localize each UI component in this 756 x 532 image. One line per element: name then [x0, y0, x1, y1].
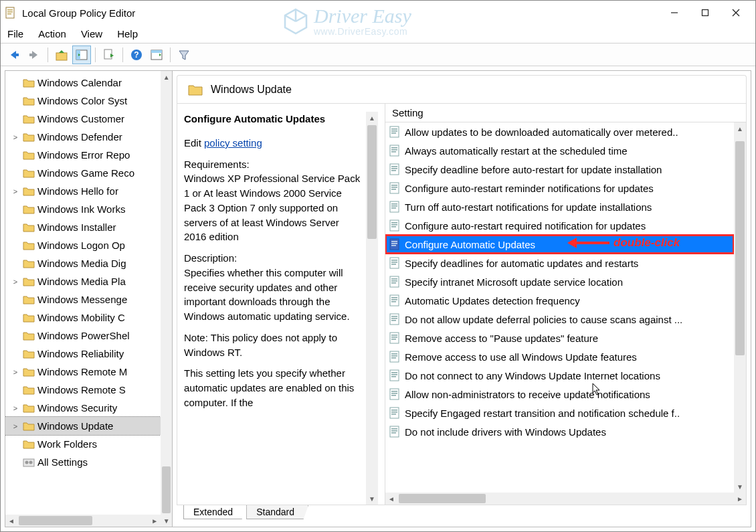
- setting-row[interactable]: Allow non-administrators to receive upda…: [385, 385, 734, 404]
- tree-item[interactable]: Windows Game Reco: [5, 164, 161, 182]
- policy-setting-link[interactable]: policy setting: [204, 137, 262, 149]
- setting-label: Do not allow update deferral policies to…: [405, 314, 682, 325]
- help-button[interactable]: ?: [127, 46, 146, 64]
- tree-item[interactable]: >Windows Media Pla: [5, 272, 161, 290]
- menu-help[interactable]: Help: [117, 28, 138, 39]
- tree-item[interactable]: Windows Logon Op: [5, 236, 161, 254]
- setting-row[interactable]: Configure Automatic Updatesdouble-click: [385, 235, 734, 254]
- show-hide-tree-button[interactable]: [72, 46, 91, 64]
- tab-standard[interactable]: Standard: [246, 505, 308, 519]
- expander-icon[interactable]: >: [11, 187, 20, 195]
- tab-extended[interactable]: Extended: [183, 505, 247, 519]
- setting-row[interactable]: Specify deadline before auto-restart for…: [385, 160, 734, 179]
- forward-button[interactable]: [25, 46, 43, 64]
- setting-row[interactable]: Do not allow update deferral policies to…: [385, 310, 734, 329]
- tree-item[interactable]: Windows Ink Works: [5, 200, 161, 218]
- tree-item[interactable]: Windows Error Repo: [5, 146, 161, 164]
- menu-action[interactable]: Action: [38, 28, 66, 39]
- menu-view[interactable]: View: [81, 28, 102, 39]
- expander-icon[interactable]: [11, 79, 20, 87]
- setting-label: Specify deadlines for automatic updates …: [405, 258, 638, 269]
- svg-rect-57: [390, 276, 399, 287]
- setting-row[interactable]: Do not include drivers with Windows Upda…: [385, 422, 734, 441]
- tree-item[interactable]: Windows Remote S: [5, 381, 161, 399]
- up-button[interactable]: [52, 46, 71, 64]
- tree-item[interactable]: >Windows Update: [5, 417, 161, 435]
- tree-item[interactable]: >Windows Hello for: [5, 182, 161, 200]
- titlebar: Local Group Policy Editor: [1, 1, 755, 25]
- expander-icon[interactable]: >: [11, 278, 20, 286]
- properties-button[interactable]: [147, 46, 166, 64]
- svg-rect-37: [390, 183, 399, 193]
- tree-item[interactable]: Windows Reliability: [5, 345, 161, 363]
- tree-vertical-scrollbar[interactable]: ▲▼: [161, 71, 172, 527]
- setting-row[interactable]: Allow updates to be downloaded automatic…: [385, 122, 734, 141]
- list-header-setting[interactable]: Setting: [385, 104, 746, 122]
- close-button[interactable]: [721, 2, 751, 23]
- tree-item[interactable]: >Windows Security: [5, 399, 161, 417]
- expander-icon[interactable]: [11, 115, 20, 123]
- back-button[interactable]: [5, 46, 23, 64]
- expander-icon[interactable]: [11, 440, 20, 448]
- setting-label: Allow updates to be downloaded automatic…: [405, 126, 678, 138]
- setting-row[interactable]: Turn off auto-restart notifications for …: [385, 197, 734, 216]
- list-horizontal-scrollbar[interactable]: ◄►: [385, 493, 746, 505]
- expander-icon[interactable]: >: [11, 368, 20, 376]
- tree-item[interactable]: Windows PowerShel: [5, 327, 161, 345]
- folder-icon: [23, 295, 35, 304]
- expander-icon[interactable]: [11, 458, 20, 466]
- expander-icon[interactable]: [11, 314, 20, 322]
- svg-rect-86: [391, 410, 397, 411]
- tree-item[interactable]: Windows Calendar: [5, 74, 161, 92]
- expander-icon[interactable]: [11, 224, 20, 232]
- expander-icon[interactable]: [11, 97, 20, 105]
- tree-item[interactable]: Windows Media Dig: [5, 254, 161, 272]
- tree-item[interactable]: Windows Color Syst: [5, 92, 161, 110]
- expander-icon[interactable]: [11, 242, 20, 250]
- menu-file[interactable]: File: [7, 28, 23, 39]
- tree-item[interactable]: Windows Mobility C: [5, 308, 161, 327]
- maximize-button[interactable]: [690, 2, 721, 23]
- setting-row[interactable]: Specify intranet Microsoft update servic…: [385, 272, 734, 291]
- tree-horizontal-scrollbar[interactable]: ◄►: [5, 515, 161, 527]
- setting-row[interactable]: Do not connect to any Windows Update Int…: [385, 366, 734, 385]
- expander-icon[interactable]: >: [11, 404, 20, 412]
- info-vertical-scrollbar[interactable]: ▲▼: [366, 112, 378, 505]
- tree-item[interactable]: Windows Messenge: [5, 290, 161, 308]
- expander-icon[interactable]: [11, 386, 20, 394]
- folder-icon: [23, 205, 35, 214]
- svg-rect-76: [391, 357, 396, 359]
- policy-icon: [389, 182, 401, 194]
- tree-item[interactable]: >Windows Defender: [5, 128, 161, 146]
- export-button[interactable]: [100, 46, 118, 64]
- setting-row[interactable]: Specify Engaged restart transition and n…: [385, 404, 734, 422]
- expander-icon[interactable]: [11, 260, 20, 268]
- setting-row[interactable]: Remove access to "Pause updates" feature: [385, 329, 734, 347]
- tree-item[interactable]: >Windows Remote M: [5, 363, 161, 381]
- filter-button[interactable]: [175, 46, 193, 64]
- expander-icon[interactable]: [11, 296, 20, 304]
- folder-icon: [23, 187, 35, 196]
- setting-row[interactable]: Remove access to use all Windows Update …: [385, 347, 734, 366]
- expander-icon[interactable]: [11, 332, 20, 340]
- setting-row[interactable]: Automatic Updates detection frequency: [385, 291, 734, 310]
- expander-icon[interactable]: [11, 350, 20, 358]
- tree-item[interactable]: Windows Installer: [5, 218, 161, 236]
- minimize-button[interactable]: [659, 2, 690, 23]
- expander-icon[interactable]: [11, 205, 20, 213]
- setting-row[interactable]: Configure auto-restart required notifica…: [385, 216, 734, 235]
- expander-icon[interactable]: [11, 151, 20, 159]
- toolbar: ?: [1, 43, 755, 66]
- setting-row[interactable]: Always automatically restart at the sche…: [385, 141, 734, 160]
- svg-rect-69: [390, 333, 399, 343]
- expander-icon[interactable]: >: [11, 133, 20, 141]
- list-vertical-scrollbar[interactable]: ▲▼: [734, 122, 746, 493]
- tree-item[interactable]: Work Folders: [5, 435, 161, 453]
- expander-icon[interactable]: [11, 169, 20, 177]
- tree-item[interactable]: Windows Customer: [5, 110, 161, 128]
- tree-item[interactable]: All Settings: [5, 453, 161, 471]
- setting-row[interactable]: Specify deadlines for automatic updates …: [385, 254, 734, 272]
- setting-label: Specify deadline before auto-restart for…: [405, 164, 662, 175]
- expander-icon[interactable]: >: [11, 422, 20, 430]
- setting-row[interactable]: Configure auto-restart reminder notifica…: [385, 179, 734, 197]
